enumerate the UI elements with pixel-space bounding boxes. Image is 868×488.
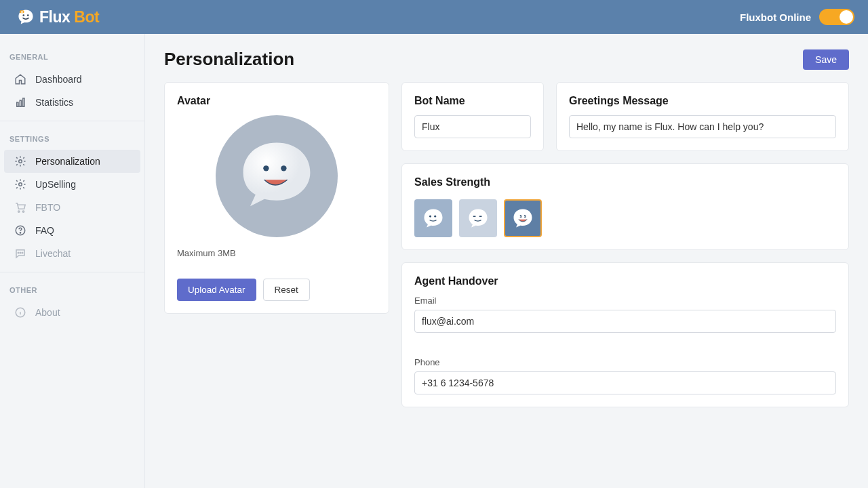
svg-point-17 [263, 165, 269, 171]
save-button[interactable]: Save [803, 49, 849, 70]
svg-point-19 [429, 216, 431, 218]
sidebar-item-label: Statistics [35, 97, 73, 108]
greeting-card: Greetings Message [556, 82, 849, 151]
svg-rect-5 [20, 100, 21, 106]
sidebar-item-label: FAQ [35, 225, 54, 236]
avatar-card: Avatar Maximum 3MB Upload Avatar [164, 82, 389, 314]
avatar-preview [216, 115, 338, 237]
email-input[interactable] [414, 310, 836, 333]
sidebar-item-label: Livechat [35, 248, 71, 259]
svg-point-7 [19, 160, 22, 163]
divider [0, 272, 144, 272]
sidebar-item-label: Dashboard [35, 74, 82, 85]
sidebar-item-label: UpSelling [35, 179, 76, 190]
sidebar-item-livechat[interactable]: Livechat [4, 242, 140, 265]
sidebar-item-label: FBTO [35, 202, 60, 213]
sidebar-item-faq[interactable]: FAQ [4, 219, 140, 242]
agent-handover-title: Agent Handover [414, 275, 836, 287]
section-other-title: OTHER [0, 279, 144, 301]
bot-name-input[interactable] [414, 115, 531, 138]
section-settings-title: SETTINGS [0, 128, 144, 150]
help-icon [14, 224, 27, 237]
avatar-title: Avatar [177, 95, 376, 107]
sidebar-item-about[interactable]: About [4, 301, 140, 324]
page-title: Personalization [164, 49, 294, 70]
svg-point-13 [18, 252, 19, 253]
svg-point-12 [20, 232, 20, 233]
avatar-caption: Maximum 3MB [177, 248, 376, 258]
chart-icon [14, 96, 27, 109]
upload-avatar-button[interactable]: Upload Avatar [177, 279, 256, 301]
app-logo: hi! FluxBot [16, 7, 99, 26]
status-label: Fluxbot Online [740, 12, 811, 23]
svg-point-15 [22, 252, 23, 253]
online-toggle[interactable] [819, 9, 854, 25]
chat-icon [14, 247, 27, 260]
svg-point-10 [22, 211, 24, 212]
sales-strength-option-high[interactable]: $ $ [504, 199, 542, 237]
sidebar-item-personalization[interactable]: Personalization [4, 150, 140, 173]
topbar: hi! FluxBot Fluxbot Online [0, 0, 868, 34]
info-icon [14, 306, 27, 319]
sales-strength-card: Sales Strength [401, 163, 849, 250]
svg-point-14 [20, 252, 21, 253]
cart-icon [14, 201, 27, 214]
svg-rect-4 [17, 102, 18, 106]
sidebar-item-label: Personalization [35, 156, 100, 167]
divider [0, 121, 144, 121]
svg-point-18 [281, 165, 286, 171]
bot-name-card: Bot Name [401, 82, 544, 151]
gear-icon [14, 155, 27, 168]
svg-point-8 [19, 183, 22, 186]
sidebar: GENERAL Dashboard Statistics SETTINGS Pe… [0, 34, 145, 488]
reset-avatar-button[interactable]: Reset [263, 279, 310, 301]
svg-point-9 [18, 211, 20, 212]
section-general-title: GENERAL [0, 46, 144, 68]
svg-text:hi!: hi! [21, 11, 23, 14]
email-label: Email [414, 296, 836, 306]
greeting-input[interactable] [569, 115, 836, 138]
svg-text:$: $ [520, 214, 522, 218]
sales-strength-option-medium[interactable] [459, 199, 497, 237]
svg-point-1 [27, 14, 29, 16]
sidebar-item-label: About [35, 307, 60, 318]
phone-input[interactable] [414, 371, 836, 394]
sales-strength-title: Sales Strength [414, 176, 836, 188]
brand-prefix: Flux [39, 8, 70, 26]
sidebar-item-dashboard[interactable]: Dashboard [4, 68, 140, 91]
brand-suffix: Bot [74, 8, 99, 26]
main-content: Personalization Save Avatar [145, 34, 868, 488]
status-area: Fluxbot Online [740, 9, 854, 25]
toggle-knob [840, 10, 853, 24]
svg-point-20 [434, 216, 436, 218]
bot-name-title: Bot Name [414, 95, 531, 107]
svg-text:$: $ [524, 214, 526, 218]
agent-handover-card: Agent Handover Email Phone [401, 262, 849, 407]
greeting-title: Greetings Message [569, 95, 836, 107]
gear-icon [14, 178, 27, 191]
phone-label: Phone [414, 357, 836, 367]
svg-point-0 [22, 14, 24, 16]
svg-rect-6 [23, 98, 24, 106]
sidebar-item-fbto[interactable]: FBTO [4, 196, 140, 219]
bot-logo-icon: hi! [16, 7, 35, 26]
sidebar-item-upselling[interactable]: UpSelling [4, 173, 140, 196]
home-icon [14, 73, 27, 86]
sidebar-item-statistics[interactable]: Statistics [4, 91, 140, 114]
sales-strength-option-low[interactable] [414, 199, 452, 237]
